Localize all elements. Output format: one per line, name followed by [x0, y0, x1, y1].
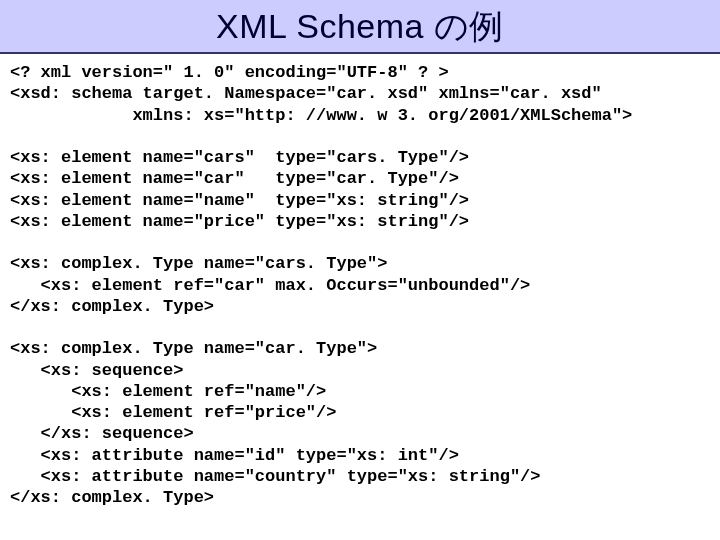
code-line: xmlns: xs="http: //www. w 3. org/2001/XM…: [10, 106, 632, 125]
code-line: <xs: element ref="price"/>: [10, 403, 336, 422]
code-line: <xs: element name="price" type="xs: stri…: [10, 212, 469, 231]
code-line: <xs: element ref="name"/>: [10, 382, 326, 401]
code-line: <xs: element name="name" type="xs: strin…: [10, 191, 469, 210]
code-line: <xs: sequence>: [10, 361, 183, 380]
page-title: XML Schema の例: [216, 7, 504, 45]
code-line: <xs: attribute name="country" type="xs: …: [10, 467, 541, 486]
code-line: <xs: element name="cars" type="cars. Typ…: [10, 148, 469, 167]
code-line: <xs: attribute name="id" type="xs: int"/…: [10, 446, 459, 465]
code-line: </xs: complex. Type>: [10, 488, 214, 507]
code-line: <xs: element name="car" type="car. Type"…: [10, 169, 459, 188]
code-line: </xs: sequence>: [10, 424, 194, 443]
code-line: <xsd: schema target. Namespace="car. xsd…: [10, 84, 602, 103]
code-block: <? xml version=" 1. 0" encoding="UTF-8" …: [0, 54, 720, 508]
code-line: <xs: complex. Type name="car. Type">: [10, 339, 377, 358]
slide: XML Schema の例 <? xml version=" 1. 0" enc…: [0, 0, 720, 540]
title-bar: XML Schema の例: [0, 0, 720, 54]
code-line: <? xml version=" 1. 0" encoding="UTF-8" …: [10, 63, 449, 82]
code-line: <xs: complex. Type name="cars. Type">: [10, 254, 387, 273]
code-line: <xs: element ref="car" max. Occurs="unbo…: [10, 276, 530, 295]
code-line: </xs: complex. Type>: [10, 297, 214, 316]
